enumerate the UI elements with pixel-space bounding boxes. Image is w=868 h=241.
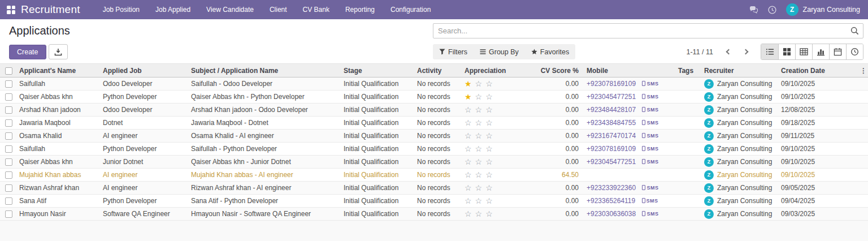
sms-button[interactable]: SMS [642, 94, 658, 100]
table-row[interactable]: Mujahid Khan abbas AI engineer Mujahid K… [0, 169, 868, 182]
sms-button[interactable]: SMS [642, 185, 658, 191]
table-row[interactable]: Arshad Khan jadoon Odoo Developer Arshad… [0, 104, 868, 117]
star-icon[interactable]: ☆ [475, 209, 486, 218]
star-icon[interactable]: ☆ [485, 118, 496, 127]
col-recruiter[interactable]: Recruiter [702, 64, 779, 78]
star-icon[interactable]: ★ [465, 92, 475, 101]
table-row[interactable]: Saifullah Python Developer Saifullah - P… [0, 143, 868, 156]
col-applied-job[interactable]: Applied Job [101, 64, 189, 78]
star-icon[interactable]: ☆ [475, 118, 486, 127]
col-subject[interactable]: Subject / Application Name [189, 64, 341, 78]
row-checkbox[interactable] [0, 208, 17, 221]
star-icon[interactable]: ★ [465, 79, 475, 88]
search-input[interactable] [433, 23, 863, 38]
nav-item-reporting[interactable]: Reporting [337, 0, 383, 19]
list-view-button[interactable] [761, 44, 778, 59]
mobile-link[interactable]: +923045477251 [587, 93, 636, 101]
activity-clock-icon[interactable] [767, 5, 777, 15]
pager-next-button[interactable] [738, 45, 753, 59]
sms-button[interactable]: SMS [642, 81, 658, 87]
sms-button[interactable]: SMS [642, 133, 658, 139]
star-icon[interactable]: ☆ [475, 170, 486, 179]
sms-button[interactable]: SMS [642, 120, 658, 126]
star-icon[interactable]: ☆ [485, 92, 496, 101]
row-checkbox[interactable] [0, 156, 17, 169]
import-button[interactable] [49, 44, 68, 59]
star-icon[interactable]: ☆ [485, 196, 496, 205]
star-icon[interactable]: ☆ [485, 209, 496, 218]
star-icon[interactable]: ☆ [485, 131, 496, 140]
table-row[interactable]: Sana Atif Python Developer Sana Atif - P… [0, 195, 868, 208]
mobile-link[interactable]: +923078169109 [587, 145, 636, 153]
sms-button[interactable]: SMS [642, 107, 658, 113]
nav-item-client[interactable]: Client [262, 0, 295, 19]
row-checkbox[interactable] [0, 104, 17, 117]
mobile-link[interactable]: +923078169109 [587, 80, 636, 88]
table-row[interactable]: Osama Khalid AI engineer Osama Khalid - … [0, 130, 868, 143]
star-icon[interactable]: ☆ [485, 183, 496, 192]
nav-item-job-applied[interactable]: Job Applied [147, 0, 198, 19]
sms-button[interactable]: SMS [642, 198, 658, 204]
star-icon[interactable]: ☆ [475, 196, 486, 205]
star-icon[interactable]: ☆ [475, 131, 486, 140]
star-icon[interactable]: ☆ [485, 170, 496, 179]
star-icon[interactable]: ☆ [465, 196, 475, 205]
favorites-button[interactable]: Favorites [525, 44, 575, 59]
mobile-link[interactable]: +923167470174 [587, 132, 636, 140]
search-icon[interactable] [850, 27, 859, 35]
mobile-link[interactable]: +923030636038 [587, 210, 636, 218]
row-checkbox[interactable] [0, 182, 17, 195]
star-icon[interactable]: ☆ [485, 79, 496, 88]
group-by-button[interactable]: Group By [474, 44, 525, 59]
row-checkbox[interactable] [0, 169, 17, 182]
app-brand[interactable]: Recruitment [21, 3, 80, 16]
mobile-link[interactable]: +923365264119 [587, 197, 635, 205]
graph-view-button[interactable] [812, 44, 829, 59]
nav-item-configuration[interactable]: Configuration [383, 0, 439, 19]
mobile-link[interactable]: +923233922360 [587, 184, 636, 192]
star-icon[interactable]: ☆ [475, 157, 486, 166]
table-row[interactable]: Qaiser Abbas khn Junior Dotnet Qaiser Ab… [0, 156, 868, 169]
star-icon[interactable]: ☆ [485, 157, 496, 166]
col-mobile[interactable]: Mobile [584, 64, 676, 78]
nav-item-job-position[interactable]: Job Position [95, 0, 147, 19]
table-row[interactable]: Rizwan Ashraf khan AI engineer Rizwan As… [0, 182, 868, 195]
row-checkbox[interactable] [0, 143, 17, 156]
apps-menu-icon[interactable] [7, 6, 15, 14]
star-icon[interactable]: ☆ [465, 170, 475, 179]
pivot-view-button[interactable] [795, 44, 812, 59]
star-icon[interactable]: ☆ [465, 118, 475, 127]
star-icon[interactable]: ☆ [465, 183, 475, 192]
star-icon[interactable]: ☆ [465, 105, 475, 114]
table-row[interactable]: Hmayoun Nasir Software QA Engineer Hmayo… [0, 208, 868, 221]
user-avatar[interactable]: Z [786, 3, 798, 16]
select-all-checkbox[interactable] [0, 64, 17, 78]
col-cv-score[interactable]: CV Score % [535, 64, 584, 78]
star-icon[interactable]: ☆ [465, 131, 475, 140]
sms-button[interactable]: SMS [642, 159, 658, 165]
filters-button[interactable]: Filters [433, 44, 474, 59]
row-checkbox[interactable] [0, 78, 17, 91]
col-stage[interactable]: Stage [341, 64, 415, 78]
messages-icon[interactable] [749, 5, 758, 15]
mobile-link[interactable]: +923484428107 [587, 106, 636, 114]
nav-item-view-candidate[interactable]: View Candidate [198, 0, 262, 19]
star-icon[interactable]: ☆ [465, 144, 475, 153]
star-icon[interactable]: ☆ [475, 105, 486, 114]
row-checkbox[interactable] [0, 91, 17, 104]
star-icon[interactable]: ☆ [475, 92, 486, 101]
star-icon[interactable]: ☆ [465, 209, 475, 218]
star-icon[interactable]: ☆ [475, 79, 486, 88]
table-row[interactable]: Jawaria Maqbool Dotnet Jawaria Maqbool -… [0, 117, 868, 130]
mobile-link[interactable]: +923438484755 [587, 119, 636, 127]
col-creation-date[interactable]: Creation Date [779, 64, 858, 78]
mobile-link[interactable]: +923045477251 [587, 158, 636, 166]
star-icon[interactable]: ☆ [465, 157, 475, 166]
col-applicant-name[interactable]: Applicant's Name [17, 64, 101, 78]
user-menu[interactable]: Zaryan Consulting [803, 6, 860, 14]
calendar-view-button[interactable] [829, 44, 846, 59]
star-icon[interactable]: ☆ [485, 105, 496, 114]
row-checkbox[interactable] [0, 130, 17, 143]
activity-view-button[interactable] [846, 44, 863, 59]
pager-previous-button[interactable] [721, 45, 736, 59]
